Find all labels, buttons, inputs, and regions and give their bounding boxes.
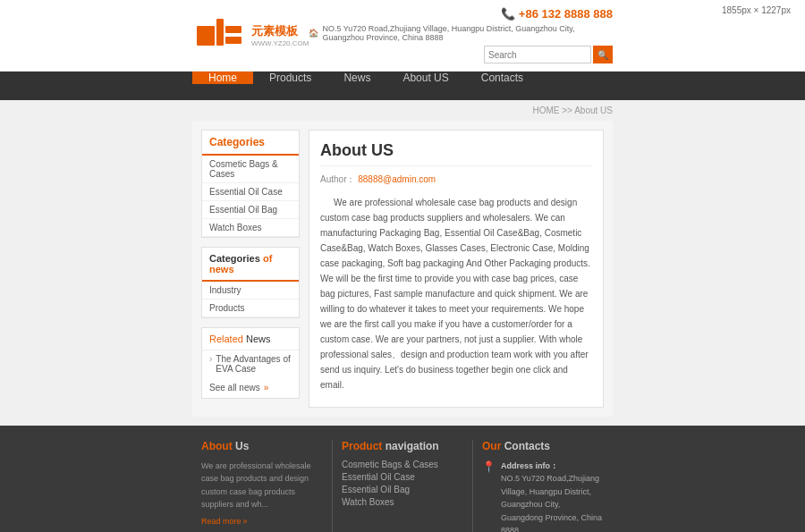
see-all-text: See all news xyxy=(209,383,260,393)
see-all-arrow-icon: » xyxy=(264,383,269,393)
sidebar-item-watch[interactable]: Watch Boxes xyxy=(202,219,299,237)
author-row: Author： 88888@admin.com xyxy=(320,173,592,186)
footer-link-cosmetic[interactable]: Cosmetic Bags & Cases xyxy=(342,460,463,469)
location-icon: 📍 xyxy=(482,460,496,473)
footer-us-label: Us xyxy=(235,440,249,452)
related-section: Related News › The Advantages of EVA Cas… xyxy=(201,327,300,399)
logo-main-text: 元素模板 xyxy=(251,23,309,39)
sidebar-news-industry[interactable]: Industry xyxy=(202,282,299,300)
footer-products-title: Product navigation xyxy=(342,440,463,452)
svg-rect-3 xyxy=(225,37,242,44)
footer: About Us We are professional wholesale c… xyxy=(0,426,805,532)
footer-about-desc: We are professional wholesale case bag p… xyxy=(201,460,323,511)
address-title-label: Address info： xyxy=(501,461,558,470)
footer-contacts-label: Contacts xyxy=(504,440,550,452)
read-more-text: Read more xyxy=(201,517,242,526)
footer-address-value: NO.5 Yu720 Road,Zhujiang Village, Huangp… xyxy=(501,474,602,532)
footer-contacts-title: Our Contacts xyxy=(482,440,604,452)
footer-address-row: 📍 Address info： NO.5 Yu720 Road,Zhujiang… xyxy=(482,460,604,532)
logo-sub-text: WWW.YZ20.COM xyxy=(251,39,309,47)
phone-icon: 📞 xyxy=(501,7,515,21)
nav-news[interactable]: News xyxy=(327,72,386,84)
related-news-text: The Advantages of EVA Case xyxy=(216,354,292,374)
categories-news-title: Categories of news xyxy=(202,248,299,282)
sidebar: Categories Cosmetic Bags & Cases Essenti… xyxy=(201,130,300,408)
sidebar-item-cosmetic[interactable]: Cosmetic Bags & Cases xyxy=(202,156,299,183)
footer-link-essential-bag[interactable]: Essential Oil Bag xyxy=(342,485,463,494)
footer-product-nav-label: navigation xyxy=(386,440,439,452)
related-news-item[interactable]: › The Advantages of EVA Case xyxy=(202,350,299,377)
breadcrumb-home[interactable]: HOME xyxy=(532,106,559,115)
footer-contacts-col: Our Contacts 📍 Address info： NO.5 Yu720 … xyxy=(473,440,613,532)
about-content: We are professional wholesale case bag p… xyxy=(320,195,592,393)
footer-link-essential-case[interactable]: Essential Oil Case xyxy=(342,472,463,482)
address-row: 🏠 NO.5 Yu720 Road,Zhujiang Village, Huan… xyxy=(309,24,613,42)
top-bar: 元素模板 WWW.YZ20.COM 📞 +86 132 8888 888 🏠 N… xyxy=(0,0,805,72)
author-label: Author： xyxy=(320,174,355,184)
breadcrumb-separator: >> xyxy=(562,106,574,115)
footer-about-col: About Us We are professional wholesale c… xyxy=(192,440,333,532)
main-panel: About US Author： 88888@admin.com We are … xyxy=(309,130,604,408)
see-all[interactable]: See all news » xyxy=(202,377,299,398)
svg-rect-1 xyxy=(216,19,224,46)
content-wrapper: Categories Cosmetic Bags & Cases Essenti… xyxy=(192,121,613,417)
breadcrumb-current: About US xyxy=(574,106,613,115)
arrow-bullet-icon: › xyxy=(209,354,212,364)
footer-about-label: About xyxy=(201,440,233,452)
footer-our-label: Our xyxy=(482,440,501,452)
nav-home[interactable]: Home xyxy=(192,72,253,84)
footer-about-title: About Us xyxy=(201,440,323,452)
top-right: 📞 +86 132 8888 888 🏠 NO.5 Yu720 Road,Zhu… xyxy=(309,7,613,63)
related-label: Related xyxy=(209,334,243,344)
phone-number: +86 132 8888 888 xyxy=(519,7,613,21)
phone-row: 📞 +86 132 8888 888 xyxy=(501,7,613,21)
sidebar-item-essential-oil-case[interactable]: Essential Oil Case xyxy=(202,183,299,201)
related-news-label: News xyxy=(246,334,271,344)
nav-inner: Home Products News About US Contacts xyxy=(192,72,613,84)
footer-products-col: Product navigation Cosmetic Bags & Cases… xyxy=(333,440,473,532)
page-title: About US xyxy=(320,141,592,166)
home-icon: 🏠 xyxy=(309,29,318,38)
author-email[interactable]: 88888@admin.com xyxy=(358,174,436,184)
categories-title: Categories xyxy=(202,131,299,156)
dimension-display: 1855px × 1227px xyxy=(716,4,796,17)
footer-address-text: Address info： NO.5 Yu720 Road,Zhujiang V… xyxy=(501,460,604,532)
sidebar-news-products[interactable]: Products xyxy=(202,300,299,317)
categories-section: Categories Cosmetic Bags & Cases Essenti… xyxy=(201,130,300,238)
footer-inner: About Us We are professional wholesale c… xyxy=(192,426,613,532)
breadcrumb: HOME >> About US xyxy=(192,100,613,121)
categories-news-section: Categories of news Industry Products xyxy=(201,247,300,318)
read-more-arrow-icon: » xyxy=(243,517,248,526)
sidebar-item-essential-oil-bag[interactable]: Essential Oil Bag xyxy=(202,201,299,219)
read-more-link[interactable]: Read more » xyxy=(201,517,323,526)
logo-area: 元素模板 WWW.YZ20.COM xyxy=(192,18,309,54)
navigation: Home Products News About US Contacts xyxy=(0,72,805,100)
search-button[interactable]: 🔍 xyxy=(593,46,613,63)
svg-rect-2 xyxy=(225,26,242,33)
logo-icon xyxy=(197,19,242,53)
related-title: Related News xyxy=(202,328,299,350)
nav-about-us[interactable]: About US xyxy=(386,72,464,84)
footer-link-watch[interactable]: Watch Boxes xyxy=(342,497,463,507)
address-text: NO.5 Yu720 Road,Zhujiang Village, Huangp… xyxy=(322,24,613,42)
footer-product-label: Product xyxy=(342,440,382,452)
svg-rect-0 xyxy=(197,26,215,46)
nav-contacts[interactable]: Contacts xyxy=(465,72,539,84)
nav-products[interactable]: Products xyxy=(253,72,327,84)
logo-box xyxy=(192,18,246,54)
logo-text-area: 元素模板 WWW.YZ20.COM xyxy=(251,23,309,47)
categories-news-label: Categories xyxy=(209,253,260,264)
search-row[interactable]: 🔍 xyxy=(484,46,613,63)
search-input[interactable] xyxy=(484,46,591,63)
